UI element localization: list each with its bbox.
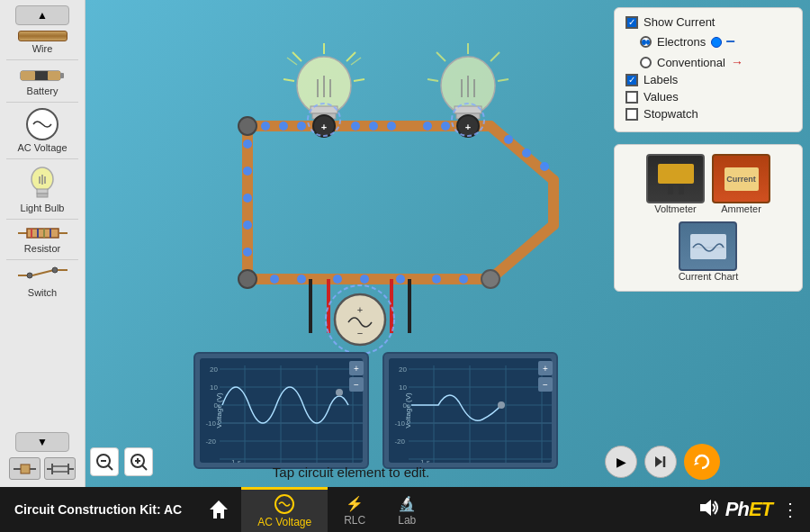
sidebar-tools: [9, 454, 76, 483]
tab-lab[interactable]: 🔬 Lab: [382, 487, 432, 532]
scroll-up-button[interactable]: ▲: [15, 5, 69, 25]
sidebar-item-lightbulb[interactable]: Light Bulb: [3, 161, 82, 217]
stopwatch-checkbox[interactable]: [626, 108, 638, 121]
phet-logo[interactable]: PhET: [725, 498, 772, 521]
rlc-tab-icon: ⚡: [346, 495, 364, 512]
svg-point-91: [540, 162, 549, 171]
sidebar-item-resistor[interactable]: Resistor: [3, 221, 82, 257]
switch-icon: [18, 266, 68, 285]
show-current-label: Show Current: [644, 15, 715, 29]
svg-point-98: [459, 275, 468, 284]
svg-point-119: [336, 389, 343, 396]
svg-point-92: [270, 275, 279, 284]
ammeter-item[interactable]: Current Ammeter: [712, 154, 770, 214]
svg-text:20: 20: [399, 365, 407, 374]
play-controls: ▶: [605, 444, 720, 480]
bottom-tabs: AC Voltage ⚡ RLC 🔬 Lab: [241, 487, 432, 532]
current-chart-label: Current Chart: [679, 271, 739, 282]
sidebar-item-switch[interactable]: Switch: [3, 262, 82, 302]
svg-point-81: [243, 248, 252, 257]
svg-text:10: 10: [399, 383, 407, 392]
show-current-row[interactable]: ✓ Show Current: [626, 15, 791, 29]
svg-text:−: −: [357, 328, 363, 338]
menu-dots-button[interactable]: ⋮: [781, 499, 799, 520]
tool-series-button[interactable]: [9, 457, 40, 480]
svg-point-94: [333, 275, 342, 284]
sound-button[interactable]: [697, 497, 718, 523]
home-button[interactable]: [196, 487, 241, 532]
svg-line-67: [498, 79, 508, 81]
play-button[interactable]: ▶: [605, 446, 637, 478]
tab-ac-voltage[interactable]: AC Voltage: [241, 487, 328, 532]
osc2-zoom-out[interactable]: −: [538, 377, 553, 392]
oscilloscope-2[interactable]: Voltage (V) 20 10 0 -10 -20 1 s Time: [382, 352, 558, 469]
svg-line-55: [284, 79, 294, 81]
sidebar-item-ac[interactable]: AC Voltage: [3, 104, 82, 157]
svg-line-57: [287, 58, 297, 65]
labels-checkbox[interactable]: ✓: [626, 74, 638, 86]
controls-panel: ✓ Show Current Electrons − Conventional …: [614, 7, 803, 132]
svg-line-65: [490, 52, 500, 61]
refresh-button[interactable]: [684, 444, 720, 480]
stopwatch-row[interactable]: Stopwatch: [626, 107, 791, 121]
zoom-out-button[interactable]: [90, 447, 119, 476]
electrons-label: Electrons: [657, 35, 706, 49]
osc1-zoom-out[interactable]: −: [349, 377, 364, 392]
sidebar-item-battery[interactable]: Battery: [3, 62, 82, 100]
svg-line-66: [436, 52, 446, 61]
ammeter-label: Ammeter: [721, 203, 761, 214]
tab-lab-label: Lab: [398, 514, 416, 527]
svg-text:10: 10: [210, 383, 218, 392]
svg-line-52: [346, 52, 356, 61]
svg-text:1 s: 1 s: [231, 458, 241, 463]
bottom-right-controls: PhET ⋮: [697, 497, 810, 523]
divider-5: [6, 259, 78, 260]
svg-marker-151: [700, 500, 711, 516]
zoom-in-button[interactable]: [124, 447, 153, 476]
values-checkbox[interactable]: [626, 91, 638, 104]
conventional-radio[interactable]: [640, 57, 652, 68]
oscilloscope-1[interactable]: Voltage (V) 20 10 0 -10 -20: [194, 352, 369, 469]
sidebar-item-wire[interactable]: Wire: [3, 27, 82, 58]
minus-sign: −: [725, 32, 735, 51]
divider-2: [6, 102, 78, 103]
scroll-down-button[interactable]: ▼: [15, 432, 69, 452]
step-button[interactable]: [644, 446, 677, 478]
tab-rlc[interactable]: ⚡ RLC: [328, 487, 382, 532]
show-current-checkbox[interactable]: ✓: [626, 16, 638, 29]
conventional-label: Conventional: [657, 56, 725, 69]
svg-point-97: [432, 275, 441, 284]
svg-text:+: +: [321, 122, 327, 132]
ammeter-icon: Current: [712, 154, 770, 203]
electrons-radio[interactable]: [640, 36, 652, 48]
svg-line-53: [292, 52, 302, 61]
svg-line-141: [108, 465, 112, 470]
stopwatch-label: Stopwatch: [644, 107, 698, 121]
conventional-row[interactable]: Conventional →: [640, 55, 791, 69]
svg-text:0: 0: [214, 401, 219, 410]
wire-icon: [18, 31, 68, 41]
osc1-zoom-in[interactable]: +: [349, 361, 364, 375]
ammeter-screen: Current: [724, 167, 759, 191]
svg-rect-7: [37, 194, 48, 197]
bottom-bar: Circuit Construction Kit: AC AC Voltage …: [0, 487, 810, 532]
svg-rect-1: [21, 71, 35, 80]
svg-text:-10: -10: [394, 419, 405, 428]
divider-4: [6, 219, 78, 220]
svg-point-69: [261, 122, 270, 131]
wire-label: Wire: [32, 43, 53, 54]
labels-row[interactable]: ✓ Labels: [626, 73, 791, 86]
voltmeter-label: Voltmeter: [654, 203, 696, 214]
labels-label: Labels: [644, 73, 678, 86]
app-title: Circuit Construction Kit: AC: [0, 502, 196, 517]
tool-parallel-button[interactable]: [44, 457, 76, 480]
electrons-row[interactable]: Electrons −: [640, 32, 791, 51]
voltmeter-item[interactable]: Voltmeter: [646, 154, 705, 214]
svg-marker-149: [694, 462, 699, 465]
values-row[interactable]: Values: [626, 90, 791, 104]
svg-rect-25: [21, 464, 30, 473]
osc2-zoom-in[interactable]: +: [538, 361, 553, 375]
instruments-panel: Voltmeter Current Ammeter Current Chart: [614, 144, 803, 292]
current-chart-item[interactable]: Current Chart: [679, 221, 739, 282]
svg-rect-2: [35, 71, 48, 80]
